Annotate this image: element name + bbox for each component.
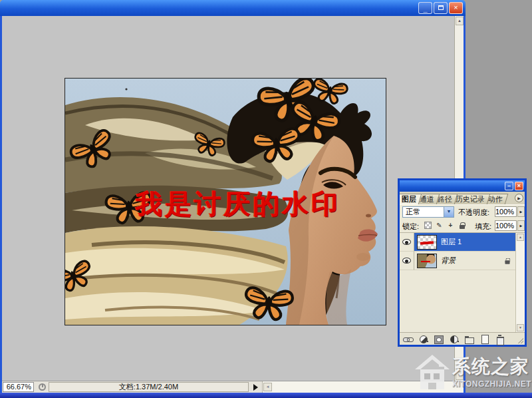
- transparency-lock-icon: [424, 222, 432, 229]
- palette-titlebar[interactable]: – ×: [400, 180, 525, 192]
- list-scroll-down-button[interactable]: ▼: [517, 324, 524, 331]
- tab-actions-label: 动作: [488, 194, 503, 204]
- zoom-level-field[interactable]: 66.67%: [3, 382, 34, 392]
- scroll-up-icon: ▲: [519, 235, 522, 239]
- eye-icon: [402, 239, 411, 245]
- tab-paths-label: 路径: [438, 194, 452, 204]
- maximize-icon: [438, 5, 444, 10]
- brush-lock-icon: ✎: [436, 222, 442, 229]
- lock-label: 锁定:: [402, 222, 419, 232]
- layer1-thumbnail[interactable]: [417, 235, 437, 250]
- opacity-field[interactable]: 100%: [495, 206, 517, 217]
- add-layer-mask-icon[interactable]: [434, 335, 444, 343]
- house-logo-icon: [414, 349, 451, 393]
- fill-label: 填充:: [475, 222, 491, 232]
- opacity-label: 不透明度:: [458, 208, 489, 218]
- palette-tabs: 图层 通道 路径 历史记录 动作 ▶: [400, 192, 525, 204]
- scroll-up-icon: ▲: [458, 19, 462, 23]
- list-scroll-up-button[interactable]: ▲: [517, 234, 524, 241]
- blend-mode-value: 正常: [406, 208, 420, 216]
- palette-menu-icon: ▶: [517, 196, 521, 200]
- background-thumbnail[interactable]: [417, 254, 437, 268]
- scroll-up-button[interactable]: ▲: [456, 17, 464, 25]
- flyout-arrow-icon: [253, 384, 258, 391]
- document-canvas[interactable]: 我是讨厌的水印: [65, 78, 386, 325]
- maximize-button[interactable]: [434, 2, 448, 14]
- lock-pixels-button[interactable]: ✎: [435, 221, 444, 230]
- image-watermark-text: 我是讨厌的水印: [136, 189, 359, 218]
- status-flyout-button[interactable]: [252, 383, 260, 391]
- scroll-down-icon: ▼: [519, 325, 522, 329]
- screen: _ ×: [0, 0, 532, 398]
- palette-close-icon: ×: [517, 182, 521, 189]
- opacity-spinner-button[interactable]: ▶: [517, 206, 525, 217]
- site-name: 系统之家: [452, 354, 531, 379]
- chevron-down-icon[interactable]: ▼: [444, 207, 454, 217]
- palette-close-button[interactable]: ×: [515, 182, 523, 190]
- layer-row-layer1[interactable]: 图层 1: [400, 233, 515, 252]
- move-lock-icon: +: [449, 222, 453, 229]
- tab-layers[interactable]: 图层: [400, 194, 422, 204]
- photoshop-window: _ ×: [0, 0, 466, 393]
- layer-name[interactable]: 图层 1: [441, 237, 462, 247]
- layer-name[interactable]: 背景: [441, 256, 456, 266]
- canvas-workspace: 我是讨厌的水印: [2, 16, 454, 381]
- palette-footer: [400, 332, 525, 345]
- lock-all-button[interactable]: [458, 221, 466, 230]
- layers-list: 图层 1 背景 ▲ ▼: [400, 232, 525, 332]
- resize-grip-icon[interactable]: [518, 338, 523, 343]
- lock-transparency-button[interactable]: [424, 221, 432, 230]
- blend-mode-select[interactable]: 正常 ▼: [402, 206, 454, 218]
- site-watermark: 系统之家 XITONGZHIJIA.NET: [414, 345, 532, 398]
- spinner-arrow-icon: ▶: [520, 210, 523, 214]
- palette-minimize-icon: –: [507, 182, 511, 189]
- tab-channels-label: 通道: [420, 194, 434, 204]
- scroll-left-icon: ◄: [266, 385, 270, 389]
- locked-layer-icon: [505, 260, 509, 264]
- window-controls: _ ×: [418, 2, 463, 14]
- eye-icon: [402, 258, 411, 264]
- close-icon: ×: [454, 3, 458, 11]
- close-button[interactable]: ×: [449, 2, 463, 14]
- tab-history-label: 历史记录: [456, 194, 485, 204]
- tab-layers-label: 图层: [402, 194, 416, 204]
- visibility-toggle[interactable]: [400, 252, 414, 270]
- document-info-text: 文档:1.37M/2.40M: [119, 383, 178, 391]
- layers-palette: – × 图层 通道 路径 历史记录 动作 ▶ 正常 ▼ 不透明度: 100% ▶…: [398, 178, 527, 347]
- minimize-icon: _: [423, 4, 427, 14]
- palette-controls: 正常 ▼ 不透明度: 100% ▶ 锁定: ✎ + 填充: 100% ▶: [400, 204, 525, 232]
- scroll-left-button[interactable]: ◄: [263, 383, 272, 391]
- new-adjustment-layer-icon[interactable]: [449, 335, 460, 343]
- add-layer-style-icon[interactable]: [418, 335, 429, 343]
- palette-menu-button[interactable]: ▶: [515, 194, 523, 202]
- document-info-field: 文档:1.37M/2.40M: [49, 382, 249, 392]
- lock-position-button[interactable]: +: [446, 221, 455, 230]
- spinner-arrow-icon: ▶: [520, 224, 523, 228]
- visibility-toggle[interactable]: [400, 233, 414, 252]
- layers-list-scrollbar[interactable]: ▲ ▼: [515, 233, 525, 332]
- fill-spinner-button[interactable]: ▶: [517, 220, 525, 231]
- fill-field[interactable]: 100%: [495, 220, 517, 231]
- site-domain: XITONGZHIJIA.NET: [452, 379, 531, 389]
- lock-buttons: ✎ +: [424, 221, 466, 230]
- timer-icon: [39, 383, 46, 391]
- new-layer-icon[interactable]: [479, 335, 490, 343]
- new-group-icon[interactable]: [464, 335, 475, 343]
- link-layers-icon[interactable]: [403, 335, 414, 343]
- delete-layer-icon[interactable]: [495, 335, 505, 343]
- status-bar: 66.67% 文档:1.37M/2.40M ◄: [2, 381, 464, 393]
- window-titlebar[interactable]: _ ×: [0, 0, 466, 16]
- palette-minimize-button[interactable]: –: [505, 182, 513, 190]
- padlock-icon: [460, 225, 465, 229]
- layer-row-background[interactable]: 背景: [400, 252, 515, 270]
- minimize-button[interactable]: _: [418, 2, 432, 14]
